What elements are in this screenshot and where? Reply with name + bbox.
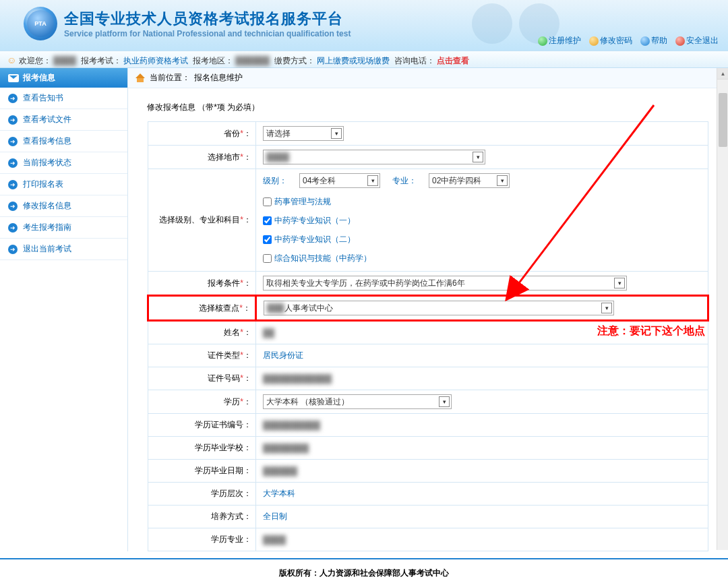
sidebar-item-status[interactable]: ➜当前报考状态 [0,152,127,174]
mode-value: 全日制 [263,512,287,521]
chevron-down-icon: ▾ [439,396,450,407]
exam-value: 执业药师资格考试 [123,56,188,65]
sidebar-item-print[interactable]: ➜打印报名表 [0,174,127,195]
sidebar-item-notice[interactable]: ➜查看告知书 [0,88,127,109]
link-safe-exit[interactable]: 安全退出 [673,35,721,47]
link-register-maintain[interactable]: 注册维护 [535,35,584,47]
tel-label: 咨询电话： [394,56,435,65]
subject-checkbox-2[interactable]: 中药学专业知识（一） [263,215,701,226]
certno-value: ██████████ [263,421,320,430]
subject-checkbox-4[interactable]: 综合知识与技能（中药学） [263,253,701,264]
level-value: 大学本科 [263,489,295,498]
pay-label: 缴费方式： [274,56,315,65]
annotation-text: 注意：要记下这个地点 [597,324,705,338]
level-select[interactable]: 04考全科▾ [299,173,380,188]
arrow-icon: ➜ [8,245,18,254]
pay-value: 网上缴费或现场缴费 [317,56,390,65]
chevron-down-icon: ▾ [367,175,378,186]
checkpoint-row-highlight: 选择核查点*： ███人事考试中心▾ [148,296,708,321]
sidebar-item-guide[interactable]: ➜考生报考指南 [0,217,127,239]
city-select[interactable]: ████▾ [263,150,485,164]
school-value: ████████ [263,444,309,453]
lock-icon [589,36,599,46]
chevron-down-icon: ▾ [601,303,612,313]
condition-select[interactable]: 取得相关专业大专学历，在药学或中药学岗位工作满6年▾ [263,276,627,290]
graddate-value: ██████ [263,466,297,476]
province-select[interactable]: 请选择▾ [263,126,344,141]
sidebar: 报考信息 ➜查看告知书 ➜查看考试文件 ➜查看报考信息 ➜当前报考状态 ➜打印报… [0,68,128,551]
arrow-icon: ➜ [8,158,18,168]
logo-wrap: PTA 全国专业技术人员资格考试报名服务平台 Service platform … [24,7,351,40]
tel-value[interactable]: 点击查看 [437,56,469,65]
name-value: ██ [263,328,274,338]
help-icon [640,36,650,46]
globe-icon [538,36,547,46]
sidebar-item-quit[interactable]: ➜退出当前考试 [0,239,127,260]
link-change-password[interactable]: 修改密码 [586,35,635,47]
checkpoint-select[interactable]: ███人事考试中心▾ [264,301,614,315]
info-bar: ☺ 欢迎您： ████ 报考考试： 执业药师资格考试 报考地区： ██████ … [0,51,728,68]
major-label: 专业： [392,175,417,187]
subject-checkbox-1[interactable]: 药事管理与法规 [263,196,701,208]
exit-icon [675,36,685,46]
arrow-icon: ➜ [8,223,18,233]
major-value: ████ [263,535,286,545]
welcome-label: 欢迎您： [19,56,51,65]
sidebar-item-modify[interactable]: ➜修改报名信息 [0,195,127,217]
subject-checkbox-3[interactable]: 中药学专业知识（二） [263,234,701,245]
mail-icon [8,74,19,82]
chevron-down-icon: ▾ [497,175,508,186]
edu-select[interactable]: 大学本科 （核验通过）▾ [263,394,452,409]
home-icon [136,73,146,83]
arrow-icon: ➜ [8,137,18,146]
form-title: 修改报考信息 （带*项 为必填） [147,102,709,113]
welcome-name: ████ [53,56,76,65]
idtype-value: 居民身份证 [263,350,303,360]
idno-value: ████████████ [263,374,332,384]
exam-label: 报考考试： [81,56,121,65]
app-title-en: Service platform for National Profession… [64,29,351,38]
sidebar-header: 报考信息 [0,68,127,88]
arrow-icon: ➜ [8,115,18,125]
chevron-down-icon: ▾ [331,128,342,139]
major-select[interactable]: 02中药学四科▾ [429,173,510,188]
breadcrumb-value: 报名信息维护 [194,72,243,84]
region-label: 报考地区： [193,56,233,65]
top-links: 注册维护 修改密码 帮助 安全退出 [535,35,721,47]
app-title-cn: 全国专业技术人员资格考试报名服务平台 [64,9,351,29]
footer: 版权所有：人力资源和社会保障部人事考试中心 [0,558,728,581]
level-label: 级别： [263,175,287,187]
header-banner: PTA 全国专业技术人员资格考试报名服务平台 Service platform … [0,0,728,51]
arrow-icon: ➜ [8,94,18,103]
smile-icon: ☺ [7,55,16,65]
chevron-down-icon: ▾ [473,152,483,162]
scroll-up-icon[interactable]: ▲ [717,68,728,80]
breadcrumb-label: 当前位置： [150,72,190,84]
chevron-down-icon: ▾ [614,278,625,288]
arrow-icon: ➜ [8,202,18,211]
main-content: ▲ 当前位置： 报名信息维护 修改报考信息 （带*项 为必填） 省份*： 请选择… [128,68,728,551]
sidebar-item-reginfo[interactable]: ➜查看报考信息 [0,131,127,152]
sidebar-item-examfile[interactable]: ➜查看考试文件 [0,109,127,131]
arrow-icon: ➜ [8,180,18,189]
logo-icon: PTA [24,7,57,40]
region-value: ██████ [235,56,270,65]
breadcrumb: 当前位置： 报名信息维护 [128,68,728,88]
link-help[interactable]: 帮助 [638,35,670,47]
